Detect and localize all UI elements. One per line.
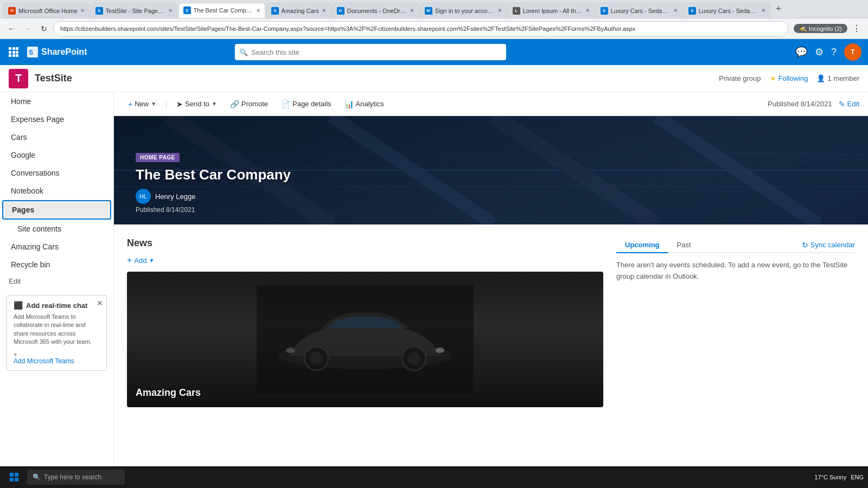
send-to-button[interactable]: ➤ Send to ▼ xyxy=(171,98,222,111)
content-area: News + Add ▼ xyxy=(114,224,868,488)
edit-button[interactable]: ✎ Edit xyxy=(839,100,859,108)
sidebar-item-site-contents[interactable]: Site contents xyxy=(2,220,111,237)
chevron-down-icon: ▼ xyxy=(151,101,156,107)
sidebar-item-google[interactable]: Google xyxy=(2,146,111,164)
hero-title: The Best Car Company xyxy=(136,166,291,183)
tab-tab1[interactable]: OMicrosoft Office Home✕ xyxy=(3,3,90,18)
hero-published-date: Published 8/14/2021 xyxy=(136,206,291,214)
teams-icon: ⬛ xyxy=(14,301,23,310)
svg-point-28 xyxy=(286,348,295,353)
search-input[interactable] xyxy=(235,44,506,60)
help-icon[interactable]: ? xyxy=(831,47,837,58)
sidebar-item-notebook[interactable]: Notebook xyxy=(2,182,111,200)
star-icon: ★ xyxy=(770,74,776,82)
svg-rect-32 xyxy=(15,478,18,481)
address-bar[interactable]: https://citizenbuilders.sharepoint.com/s… xyxy=(53,21,788,36)
sidebar-item-pages[interactable]: Pages xyxy=(2,200,111,220)
chat-icon[interactable]: 💬 xyxy=(795,46,807,58)
sidebar-edit[interactable]: Edit xyxy=(0,274,113,288)
add-chat-button[interactable]: Add Microsoft Teams xyxy=(14,357,100,365)
tab-tab8[interactable]: SLuxury Cars - Sedans...✕ xyxy=(596,3,682,18)
private-group-label: Private group xyxy=(719,74,761,82)
analytics-button[interactable]: 📊 Analytics xyxy=(339,98,390,111)
following-button[interactable]: ★ Following xyxy=(770,74,808,82)
send-icon: ➤ xyxy=(176,100,183,108)
person-icon: 👤 xyxy=(816,74,825,82)
news-card-title: Amazing Cars xyxy=(136,387,201,399)
sp-layout: HomeExpenses PageCarsGoogleConversations… xyxy=(0,92,868,488)
new-button[interactable]: + New ▼ xyxy=(123,98,162,111)
sidebar-item-amazing-cars[interactable]: Amazing Cars xyxy=(2,238,111,255)
events-section: Upcoming Past ↻ Sync calendar There aren… xyxy=(616,237,855,475)
incognito-badge: 🕵 Incognito (2) xyxy=(794,24,847,33)
settings-icon[interactable]: ⚙ xyxy=(815,46,824,58)
svg-rect-6 xyxy=(9,54,11,57)
browser-menu[interactable]: ⋮ xyxy=(850,22,864,36)
published-label: Published 8/14/2021 xyxy=(768,100,832,108)
region: ENG xyxy=(851,474,864,480)
svg-rect-5 xyxy=(16,51,18,54)
hero-content: HOME PAGE The Best Car Company HL Henry … xyxy=(136,152,291,214)
tab-tab2[interactable]: STestSite - Site Pages - ...✕ xyxy=(91,3,177,18)
chevron-down-news: ▼ xyxy=(149,258,154,264)
add-chat-link: ● xyxy=(14,351,100,357)
promote-button[interactable]: 🔗 Promote xyxy=(225,98,273,111)
svg-rect-7 xyxy=(12,54,15,57)
site-header-right: Private group ★ Following 👤 1 member xyxy=(719,74,859,82)
promote-icon: 🔗 xyxy=(230,100,239,108)
sp-header-actions: 💬 ⚙ ? T xyxy=(795,43,861,61)
svg-rect-3 xyxy=(9,51,11,54)
sp-search-wrap[interactable]: 🔍 xyxy=(235,44,506,60)
sidebar-item-conversations[interactable]: Conversations xyxy=(2,164,111,182)
taskbar-right: 17°C Sunny ENG xyxy=(814,474,864,480)
sp-brand[interactable]: S SharePoint xyxy=(27,47,87,57)
cmd-separator-1 xyxy=(166,99,167,110)
news-add-button[interactable]: + Add ▼ xyxy=(127,255,603,265)
tab-tab9[interactable]: SLuxury Cars - Sedans...✕ xyxy=(684,3,770,18)
edit-icon: ✎ xyxy=(839,100,845,108)
nav-forward[interactable]: → xyxy=(21,22,35,36)
add-tab-button[interactable]: + xyxy=(771,3,786,15)
sidebar-item-expenses[interactable]: Expenses Page xyxy=(2,111,111,128)
past-tab[interactable]: Past xyxy=(668,237,700,253)
sp-header: S SharePoint 🔍 💬 ⚙ ? T xyxy=(0,39,868,65)
hero-banner: HOME PAGE The Best Car Company HL Henry … xyxy=(114,116,868,224)
info-icon: 📄 xyxy=(281,100,290,108)
svg-rect-8 xyxy=(16,54,18,57)
waffle-icon[interactable] xyxy=(7,45,21,59)
sp-sidebar: HomeExpenses PageCarsGoogleConversations… xyxy=(0,92,114,488)
start-button[interactable] xyxy=(4,467,24,487)
add-icon: + xyxy=(127,255,132,265)
tab-tab7[interactable]: LLorem Ipsum - All the...✕ xyxy=(508,3,595,18)
sidebar-item-home[interactable]: Home xyxy=(2,93,111,110)
nav-back[interactable]: ← xyxy=(4,22,18,36)
svg-rect-31 xyxy=(10,478,14,481)
sidebar-item-recycle-bin[interactable]: Recycle bin xyxy=(2,256,111,273)
members-button[interactable]: 👤 1 member xyxy=(816,74,859,82)
sync-calendar-button[interactable]: ↻ Sync calendar xyxy=(802,241,855,249)
sidebar-item-cars[interactable]: Cars xyxy=(2,129,111,146)
close-chat-widget[interactable]: ✕ xyxy=(97,299,103,307)
sp-avatar[interactable]: T xyxy=(844,43,861,61)
svg-rect-0 xyxy=(9,47,11,50)
news-title: News xyxy=(127,237,603,249)
add-chat-widget: ✕ ⬛ Add real-time chat Add Microsoft Tea… xyxy=(7,295,107,371)
tab-tab4[interactable]: SAmazing Cars✕ xyxy=(266,3,331,18)
nav-reload[interactable]: ↻ xyxy=(37,22,51,36)
svg-point-27 xyxy=(436,348,444,353)
page-details-button[interactable]: 📄 Page details xyxy=(276,98,337,111)
sp-main: + New ▼ ➤ Send to ▼ 🔗 Promote 📄 Page det… xyxy=(114,92,868,488)
search-taskbar[interactable]: 🔍 Type here to search xyxy=(27,470,125,485)
tab-tab3[interactable]: SThe Best Car Company✕ xyxy=(178,3,265,18)
tab-tab5[interactable]: DDocuments - OneDrive...✕ xyxy=(332,3,419,18)
tab-tab6[interactable]: MSign in to your accou...✕ xyxy=(420,3,507,18)
hero-author-avatar: HL xyxy=(136,189,151,204)
upcoming-tab[interactable]: Upcoming xyxy=(616,237,668,253)
svg-rect-29 xyxy=(10,473,14,477)
news-card[interactable]: Amazing Cars xyxy=(127,272,603,407)
cmd-bar-right: Published 8/14/2021 ✎ Edit xyxy=(768,100,859,108)
taskbar: 🔍 Type here to search 17°C Sunny ENG xyxy=(0,466,868,488)
svg-rect-1 xyxy=(12,47,15,50)
svg-text:S: S xyxy=(29,49,33,56)
weather: 17°C Sunny xyxy=(814,474,846,480)
